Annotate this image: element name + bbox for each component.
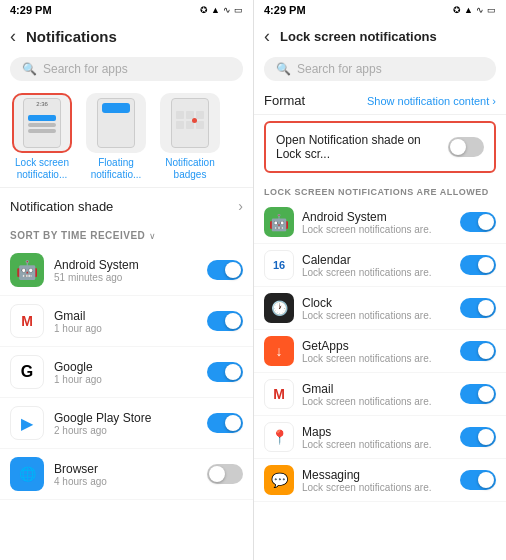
notif-type-icon-floating	[86, 93, 146, 153]
app-time: 2 hours ago	[54, 425, 207, 436]
app-info-play: Google Play Store 2 hours ago	[54, 411, 207, 436]
app-icon-play: ▶	[10, 406, 44, 440]
toggle-google[interactable]	[207, 362, 243, 382]
sort-arrow-icon: ∨	[149, 231, 157, 241]
list-item[interactable]: 🤖 Android System 51 minutes ago	[0, 245, 253, 296]
toggle-r-clock[interactable]	[460, 298, 496, 318]
app-time: 51 minutes ago	[54, 272, 207, 283]
battery-icon: ▭	[234, 5, 243, 15]
notif-type-badges[interactable]: Notificationbadges	[156, 93, 224, 181]
phone-mockup-lock: 2:36	[23, 98, 61, 148]
toggle-r-gmail[interactable]	[460, 384, 496, 404]
toggle-r-calendar[interactable]	[460, 255, 496, 275]
app-icon-r-gmail: M	[264, 379, 294, 409]
search-placeholder-left: Search for apps	[43, 62, 128, 76]
app-sub: Lock screen notifications are.	[302, 482, 460, 493]
bluetooth-icon-r: ✪	[453, 5, 461, 15]
chevron-icon-shade: ›	[238, 198, 243, 214]
toggle-r-messaging[interactable]	[460, 470, 496, 490]
notif-type-label-badges: Notificationbadges	[165, 157, 214, 181]
app-icon-r-maps: 📍	[264, 422, 294, 452]
app-time: 1 hour ago	[54, 374, 207, 385]
app-time: 1 hour ago	[54, 323, 207, 334]
notification-shade-row[interactable]: Notification shade ›	[0, 187, 253, 224]
wifi-icon-r: ∿	[476, 5, 484, 15]
app-name: Google	[54, 360, 207, 374]
app-name: Android System	[302, 210, 460, 224]
back-button-right[interactable]: ‹	[264, 26, 270, 47]
toggle-r-android[interactable]	[460, 212, 496, 232]
toggle-browser[interactable]	[207, 464, 243, 484]
list-item[interactable]: 📍 Maps Lock screen notifications are.	[254, 416, 506, 459]
status-bar-right: 4:29 PM ✪ ▲ ∿ ▭	[254, 0, 506, 20]
toggle-android[interactable]	[207, 260, 243, 280]
app-info-r-clock: Clock Lock screen notifications are.	[302, 296, 460, 321]
list-item[interactable]: ▶ Google Play Store 2 hours ago	[0, 398, 253, 449]
toggle-play[interactable]	[207, 413, 243, 433]
open-notif-row[interactable]: Open Notification shade on Lock scr...	[264, 121, 496, 173]
app-sub: Lock screen notifications are.	[302, 224, 460, 235]
app-list-left: 🤖 Android System 51 minutes ago M Gmail …	[0, 245, 253, 560]
search-bar-right[interactable]: 🔍 Search for apps	[264, 57, 496, 81]
app-icon-gmail: M	[10, 304, 44, 338]
wifi-icon: ∿	[223, 5, 231, 15]
list-item[interactable]: 🕐 Clock Lock screen notifications are.	[254, 287, 506, 330]
app-sub: Lock screen notifications are.	[302, 267, 460, 278]
app-info-r-gmail: Gmail Lock screen notifications are.	[302, 382, 460, 407]
app-info-android: Android System 51 minutes ago	[54, 258, 207, 283]
status-bar-left: 4:29 PM ✪ ▲ ∿ ▭	[0, 0, 253, 20]
phone-mockup-floating	[97, 98, 135, 148]
toggle-r-maps[interactable]	[460, 427, 496, 447]
search-icon-left: 🔍	[22, 62, 37, 76]
app-info-r-maps: Maps Lock screen notifications are.	[302, 425, 460, 450]
list-item[interactable]: 16 Calendar Lock screen notifications ar…	[254, 244, 506, 287]
toggle-open-notif[interactable]	[448, 137, 484, 157]
list-item[interactable]: M Gmail Lock screen notifications are.	[254, 373, 506, 416]
notif-type-label-floating: Floatingnotificatio...	[91, 157, 142, 181]
header-left: ‹ Notifications	[0, 20, 253, 53]
notif-type-floating[interactable]: Floatingnotificatio...	[82, 93, 150, 181]
phone-mockup-badges	[171, 98, 209, 148]
list-item[interactable]: 💬 Messaging Lock screen notifications ar…	[254, 459, 506, 502]
list-item[interactable]: G Google 1 hour ago	[0, 347, 253, 398]
app-info-browser: Browser 4 hours ago	[54, 462, 207, 487]
notif-type-icon-badges	[160, 93, 220, 153]
app-time: 4 hours ago	[54, 476, 207, 487]
app-name: Clock	[302, 296, 460, 310]
back-button-left[interactable]: ‹	[10, 26, 16, 47]
notification-types: 2:36 Lock screennotificatio... Floatingn…	[0, 87, 253, 187]
list-item[interactable]: 🌐 Browser 4 hours ago	[0, 449, 253, 500]
app-sub: Lock screen notifications are.	[302, 439, 460, 450]
sort-label: SORT BY TIME RECEIVED	[10, 230, 145, 241]
notif-type-icon-lock: 2:36	[12, 93, 72, 153]
app-name: Messaging	[302, 468, 460, 482]
app-name: Browser	[54, 462, 207, 476]
list-item[interactable]: M Gmail 1 hour ago	[0, 296, 253, 347]
app-icon-browser: 🌐	[10, 457, 44, 491]
app-name: Maps	[302, 425, 460, 439]
list-item[interactable]: 🤖 Android System Lock screen notificatio…	[254, 201, 506, 244]
page-title-left: Notifications	[26, 28, 117, 45]
app-info-google: Google 1 hour ago	[54, 360, 207, 385]
left-panel: 4:29 PM ✪ ▲ ∿ ▭ ‹ Notifications 🔍 Search…	[0, 0, 253, 560]
toggle-r-getapps[interactable]	[460, 341, 496, 361]
app-name: Android System	[54, 258, 207, 272]
toggle-gmail[interactable]	[207, 311, 243, 331]
format-link[interactable]: Show notification content ›	[367, 95, 496, 107]
notif-type-lock[interactable]: 2:36 Lock screennotificatio...	[8, 93, 76, 181]
time-left: 4:29 PM	[10, 4, 52, 16]
format-row[interactable]: Format Show notification content ›	[254, 87, 506, 115]
app-name: Gmail	[302, 382, 460, 396]
app-list-right: 🤖 Android System Lock screen notificatio…	[254, 201, 506, 560]
app-icon-r-messaging: 💬	[264, 465, 294, 495]
search-bar-left[interactable]: 🔍 Search for apps	[10, 57, 243, 81]
app-sub: Lock screen notifications are.	[302, 310, 460, 321]
battery-icon-r: ▭	[487, 5, 496, 15]
app-icon-r-getapps: ↓	[264, 336, 294, 366]
format-label: Format	[264, 93, 305, 108]
sort-bar[interactable]: SORT BY TIME RECEIVED ∨	[0, 224, 253, 245]
app-name: Google Play Store	[54, 411, 207, 425]
right-panel: 4:29 PM ✪ ▲ ∿ ▭ ‹ Lock screen notificati…	[253, 0, 506, 560]
list-item[interactable]: ↓ GetApps Lock screen notifications are.	[254, 330, 506, 373]
bluetooth-icon: ✪	[200, 5, 208, 15]
